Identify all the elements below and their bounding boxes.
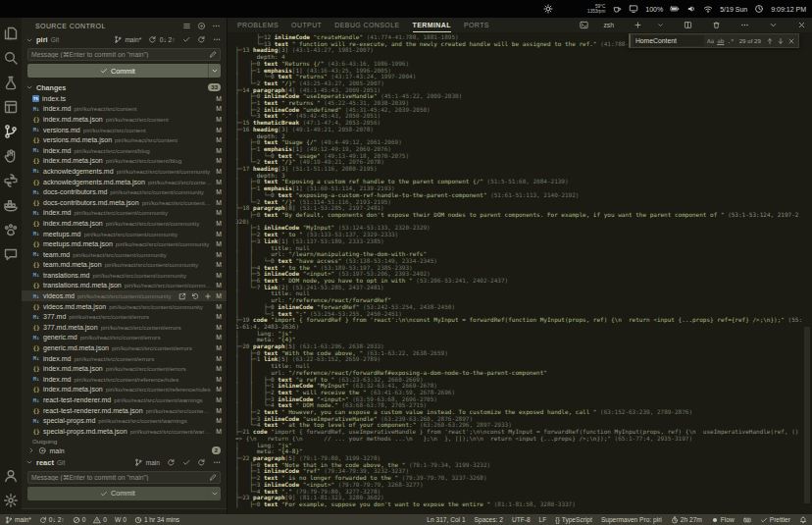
commit-button[interactable]: Commit	[27, 64, 221, 78]
more-icon[interactable]	[213, 35, 222, 44]
status-item-utf-8[interactable]: UTF-8	[512, 516, 531, 523]
status-item-0[interactable]: 0	[73, 516, 86, 524]
branch-name[interactable]: main*	[125, 36, 141, 43]
status-item-0-2-[interactable]: 0↓ 2↑	[39, 516, 65, 524]
status-item-ln-317-col-1[interactable]: Ln 317, Col 1	[427, 516, 465, 523]
search-icon[interactable]	[3, 50, 19, 66]
generate-message-icon[interactable]	[209, 473, 218, 482]
repo-row-piri[interactable]: piri Git main* 0↓ 2↑	[22, 33, 227, 46]
panel-tab-ports[interactable]: PORTS	[464, 18, 489, 32]
refresh-icon[interactable]	[197, 35, 206, 44]
repo-row-react[interactable]: react Git main	[22, 456, 227, 469]
status-item-0[interactable]: W0	[115, 516, 127, 523]
status-item-lf[interactable]: LF	[539, 516, 547, 523]
file-row[interactable]: {}acknowledgements.md.meta.jsonpiri/ko/r…	[22, 177, 227, 187]
file-row[interactable]: {}team.md.meta.jsonpiri/ko/react/src/con…	[22, 260, 227, 271]
stage-changes-icon[interactable]	[204, 292, 212, 300]
outgoing-main-row[interactable]: main 2	[22, 446, 227, 456]
file-row[interactable]: M↓generic.mdpiri/ko/react/src/content/er…	[22, 333, 227, 343]
file-row[interactable]: {}versions.md.meta.jsonpiri/ko/react/src…	[22, 134, 227, 145]
panel-more-icon[interactable]	[740, 21, 749, 29]
file-row[interactable]: {}docs-contributors.md.meta.jsonpiri/ko/…	[22, 197, 227, 208]
brightness-icon[interactable]	[543, 4, 553, 14]
new-terminal-icon[interactable]	[634, 21, 642, 29]
status-item-prettier[interactable]: Prettier	[760, 516, 790, 524]
debug-icon[interactable]	[3, 75, 19, 90]
file-row[interactable]: {}index.md.meta.jsonpiri/ko/react/src/co…	[22, 385, 227, 395]
file-row[interactable]: {}377.md.meta.jsonpiri/ko/react/src/cont…	[22, 322, 227, 333]
close-panel-icon[interactable]	[797, 21, 806, 29]
file-row[interactable]: M↓videos.mdpiri/ko/react/src/content/com…	[22, 290, 227, 301]
status-item-2h-27m[interactable]: 2h 27m	[671, 516, 702, 524]
changes-section[interactable]: Changes 33	[22, 81, 227, 93]
python-icon[interactable]	[3, 173, 19, 188]
file-row[interactable]: M↓index.mdpiri/ko/react/src/content/refe…	[22, 374, 227, 385]
volume-icon[interactable]	[686, 4, 696, 14]
refresh-icon[interactable]	[197, 458, 206, 467]
discard-changes-icon[interactable]	[191, 292, 199, 300]
file-row[interactable]: M↓acknowledgements.mdpiri/ko/react/src/c…	[22, 166, 227, 177]
file-row[interactable]: {}react-test-renderer.md.meta.jsonpiri/k…	[22, 405, 227, 416]
match-case-icon[interactable]: Aa	[707, 37, 714, 44]
panel-tab-output[interactable]: OUTPUT	[291, 18, 322, 32]
chat-icon[interactable]	[3, 246, 19, 262]
panel-tab-debug-console[interactable]: DEBUG CONSOLE	[334, 18, 399, 32]
commit-message-input[interactable]	[31, 474, 205, 481]
cup-icon[interactable]	[612, 4, 622, 14]
hand-icon[interactable]	[3, 148, 19, 164]
kill-terminal-icon[interactable]	[712, 21, 721, 29]
settings-gear-icon[interactable]	[3, 493, 19, 508]
file-row[interactable]: M↓377.mdpiri/ko/react/src/content/errors…	[22, 311, 227, 322]
status-item-0[interactable]: 0	[93, 516, 107, 524]
repositories-icon[interactable]	[197, 22, 206, 30]
panel-tab-problems[interactable]: PROBLEMS	[237, 18, 279, 32]
file-row[interactable]: M↓docs-contributors.mdpiri/ko/react/src/…	[22, 186, 227, 197]
status-item-spaces-2[interactable]: Spaces: 2	[475, 516, 503, 523]
docker-icon[interactable]	[3, 197, 19, 213]
commit-check-icon[interactable]	[182, 35, 191, 44]
whole-word-icon[interactable]: ab	[717, 37, 724, 44]
view-list-icon[interactable]	[182, 22, 191, 30]
file-row[interactable]: {}index.md.meta.jsonpiri/ko/react/src/co…	[22, 156, 227, 167]
file-row[interactable]: {}videos.md.meta.jsonpiri/ko/react/src/c…	[22, 301, 227, 312]
status-item-main-[interactable]: main*	[5, 516, 31, 524]
panel-tab-terminal[interactable]: TERMINAL	[413, 18, 451, 32]
commit-check-icon[interactable]	[182, 458, 191, 467]
commit-message-input[interactable]	[31, 51, 205, 58]
status-item-bell-icon[interactable]	[799, 516, 807, 524]
file-row[interactable]: M↓index.mdpiri/ko/react/src/content/blog…	[22, 145, 227, 156]
status-item-keyboard-icon[interactable]	[743, 516, 751, 524]
previous-match-icon[interactable]	[766, 37, 774, 45]
chevron-down-icon[interactable]	[25, 458, 33, 466]
status-item-flow[interactable]: Flow	[711, 516, 735, 524]
wifi-icon[interactable]	[703, 4, 713, 14]
sync-icon[interactable]	[148, 35, 157, 44]
sync-counts[interactable]: 0↓ 2↑	[160, 36, 176, 43]
file-row[interactable]: M↓index.mdpiri/ko/react/src/content/comm…	[22, 208, 227, 219]
status-item-typescript[interactable]: {}TypeScript	[555, 516, 592, 523]
shell-label[interactable]: zsh	[603, 22, 614, 28]
terminal-scrollbar[interactable]	[804, 327, 810, 503]
split-terminal-icon[interactable]	[684, 21, 692, 29]
tray-date[interactable]: 5/19 Sun	[720, 6, 747, 13]
branch-name[interactable]: main	[146, 459, 160, 466]
terminal-profile-chevron-icon[interactable]	[657, 21, 664, 29]
commit-dropdown[interactable]	[208, 487, 221, 500]
file-row[interactable]: M↓special-props.mdpiri/ko/react/src/cont…	[22, 415, 227, 426]
terminal[interactable]: ├─12 inlineCode "createHandle" (41:774-4…	[228, 32, 812, 514]
file-row[interactable]: M↓versions.mdpiri/ko/react/src/contentM	[22, 125, 227, 135]
file-row[interactable]: {}index.md.meta.jsonpiri/ko/react/src/co…	[22, 218, 227, 229]
chevron-down-icon[interactable]	[25, 36, 33, 44]
paw-icon[interactable]	[3, 222, 19, 237]
find-input[interactable]	[634, 35, 704, 46]
file-row[interactable]: TSindex.tsM	[22, 93, 227, 104]
file-row[interactable]: M↓react-test-renderer.mdpiri/ko/react/sr…	[22, 394, 227, 405]
status-item-supermaven-pro-piri[interactable]: Supermaven Pro: piri	[601, 516, 662, 523]
file-row[interactable]: {}generic.md.meta.jsonpiri/ko/react/src/…	[22, 342, 227, 353]
sync-icon[interactable]	[167, 458, 176, 467]
generate-message-icon[interactable]	[209, 50, 218, 59]
commit-button[interactable]: Commit	[27, 487, 221, 500]
file-row[interactable]: M↓meetups.mdpiri/ko/react/src/content/co…	[22, 229, 227, 239]
file-row[interactable]: M↓index.mdpiri/ko/react/src/contentM	[22, 104, 227, 115]
monitor-icon[interactable]	[629, 4, 638, 14]
